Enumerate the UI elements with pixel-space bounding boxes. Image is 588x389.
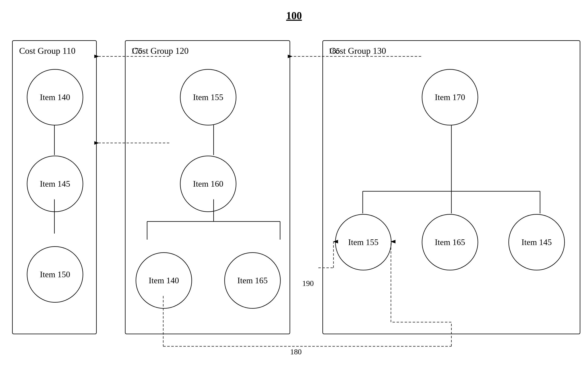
node-item140b: Item 140 [136, 252, 192, 309]
node-item165a: Item 165 [224, 252, 281, 309]
cost-group-130: Cost Group 130 Item 170 Item 155 Item 16… [322, 40, 580, 334]
label-180: 180 [290, 348, 302, 356]
node-item155a: Item 155 [180, 69, 236, 126]
node-item145: Item 145 [27, 156, 83, 212]
cg120-label: Cost Group 120 [132, 46, 189, 56]
node-item145b: Item 145 [508, 214, 565, 270]
node-item150: Item 150 [27, 246, 83, 303]
cg110-label: Cost Group 110 [19, 46, 75, 56]
node-item160: Item 160 [180, 156, 236, 212]
cost-group-110: Cost Group 110 Item 140 Item 145 Item 15… [12, 40, 97, 334]
page-title: 100 [0, 10, 588, 22]
node-item165b: Item 165 [422, 214, 478, 270]
node-item170: Item 170 [422, 69, 478, 126]
node-item140a: Item 140 [27, 69, 83, 126]
cost-group-120: Cost Group 120 Item 155 Item 160 Item 14… [125, 40, 290, 334]
node-item155b: Item 155 [335, 214, 392, 270]
cg130-label: Cost Group 130 [330, 46, 386, 56]
label-190: 190 [302, 279, 314, 288]
